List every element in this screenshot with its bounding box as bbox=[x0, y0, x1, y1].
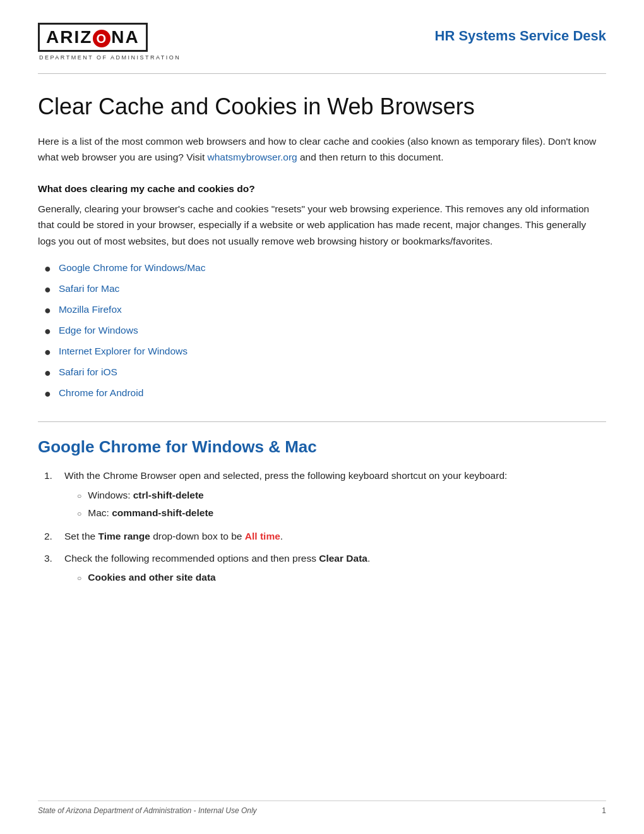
list-item: ● Google Chrome for Windows/Mac bbox=[44, 260, 606, 277]
time-range-label: Time range bbox=[98, 531, 150, 541]
chrome-section-heading: Google Chrome for Windows & Mac bbox=[38, 437, 606, 457]
list-item: ● Mozilla Firefox bbox=[44, 302, 606, 319]
browser-link-chrome-mac[interactable]: Google Chrome for Windows/Mac bbox=[59, 260, 206, 275]
page-title: Clear Cache and Cookies in Web Browsers bbox=[38, 93, 606, 120]
bullet-dot: ● bbox=[44, 365, 51, 382]
list-item: ● Safari for Mac bbox=[44, 281, 606, 298]
step-2-text: Set the Time range drop-down box to be A… bbox=[64, 531, 283, 541]
sub-list-item: ○ Windows: ctrl-shift-delete bbox=[77, 488, 606, 502]
intro-text-part2: and then return to this document. bbox=[297, 152, 444, 162]
section-divider bbox=[38, 421, 606, 422]
list-item: ● Edge for Windows bbox=[44, 323, 606, 340]
cookies-label: Cookies and other site data bbox=[88, 570, 215, 584]
sub-list-item: ○ Mac: command-shift-delete bbox=[77, 505, 606, 520]
step-number: 3. bbox=[44, 551, 61, 567]
bullet-dot: ● bbox=[44, 344, 51, 361]
windows-label: Windows: ctrl-shift-delete bbox=[88, 488, 203, 502]
clear-data-label: Clear Data bbox=[319, 553, 367, 564]
list-item: ● Safari for iOS bbox=[44, 365, 606, 382]
step-1-text: With the Chrome Browser open and selecte… bbox=[64, 470, 507, 481]
mac-shortcut: command-shift-delete bbox=[112, 507, 213, 518]
browser-link-chrome-android[interactable]: Chrome for Android bbox=[59, 385, 143, 400]
chrome-step-1: 1. With the Chrome Browser open and sele… bbox=[44, 468, 606, 522]
whatsmybrowser-link[interactable]: whatsmybrowser.org bbox=[208, 152, 297, 162]
footer: State of Arizona Department of Administr… bbox=[38, 801, 606, 815]
browser-link-edge[interactable]: Edge for Windows bbox=[59, 323, 138, 337]
logo-area: ARIZONA DEPARTMENT OF ADMINISTRATION bbox=[38, 23, 181, 61]
sub-bullet: ○ bbox=[77, 490, 81, 502]
logo-o: O bbox=[93, 30, 110, 47]
step-1-sub: ○ Windows: ctrl-shift-delete ○ Mac: comm… bbox=[64, 488, 606, 520]
main-content: Clear Cache and Cookies in Web Browsers … bbox=[0, 74, 644, 588]
all-time-label: All time bbox=[245, 531, 280, 541]
logo-box: ARIZONA bbox=[38, 23, 148, 52]
step-3-text: Check the following recommended options … bbox=[64, 553, 370, 564]
sub-bullet: ○ bbox=[77, 508, 81, 519]
faq-answer: Generally, clearing your browser's cache… bbox=[38, 201, 606, 250]
chrome-step-2: 2. Set the Time range drop-down box to b… bbox=[44, 529, 606, 545]
bullet-dot: ● bbox=[44, 281, 51, 298]
service-desk-title: HR Systems Service Desk bbox=[435, 23, 607, 44]
browser-list: ● Google Chrome for Windows/Mac ● Safari… bbox=[38, 260, 606, 402]
step-content: Check the following recommended options … bbox=[64, 551, 606, 588]
step-number: 2. bbox=[44, 529, 61, 545]
list-item: ● Chrome for Android bbox=[44, 385, 606, 402]
step-content: Set the Time range drop-down box to be A… bbox=[64, 529, 606, 545]
browser-link-firefox[interactable]: Mozilla Firefox bbox=[59, 302, 122, 317]
bullet-dot: ● bbox=[44, 260, 51, 277]
step-content: With the Chrome Browser open and selecte… bbox=[64, 468, 606, 522]
page: ARIZONA DEPARTMENT OF ADMINISTRATION HR … bbox=[0, 0, 644, 834]
header: ARIZONA DEPARTMENT OF ADMINISTRATION HR … bbox=[0, 0, 644, 73]
browser-link-safari-ios[interactable]: Safari for iOS bbox=[59, 365, 117, 379]
sub-list-item: ○ Cookies and other site data bbox=[77, 570, 606, 584]
windows-shortcut: ctrl-shift-delete bbox=[133, 490, 204, 500]
bullet-dot: ● bbox=[44, 385, 51, 402]
browser-link-safari-mac[interactable]: Safari for Mac bbox=[59, 281, 119, 296]
list-item: ● Internet Explorer for Windows bbox=[44, 344, 606, 361]
chrome-steps: 1. With the Chrome Browser open and sele… bbox=[38, 468, 606, 587]
logo-text: ARIZONA bbox=[46, 27, 140, 47]
logo-subtitle: DEPARTMENT OF ADMINISTRATION bbox=[38, 54, 181, 61]
footer-text: State of Arizona Department of Administr… bbox=[38, 806, 257, 815]
step-3-sub: ○ Cookies and other site data bbox=[64, 570, 606, 584]
mac-label: Mac: command-shift-delete bbox=[88, 505, 213, 520]
intro-paragraph: Here is a list of the most common web br… bbox=[38, 134, 606, 166]
bullet-dot: ● bbox=[44, 323, 51, 340]
browser-link-ie[interactable]: Internet Explorer for Windows bbox=[59, 344, 188, 358]
bullet-dot: ● bbox=[44, 302, 51, 319]
sub-bullet: ○ bbox=[77, 572, 81, 584]
footer-page: 1 bbox=[602, 806, 606, 815]
step-number: 1. bbox=[44, 468, 61, 484]
chrome-step-3: 3. Check the following recommended optio… bbox=[44, 551, 606, 588]
faq-question: What does clearing my cache and cookies … bbox=[38, 183, 606, 195]
